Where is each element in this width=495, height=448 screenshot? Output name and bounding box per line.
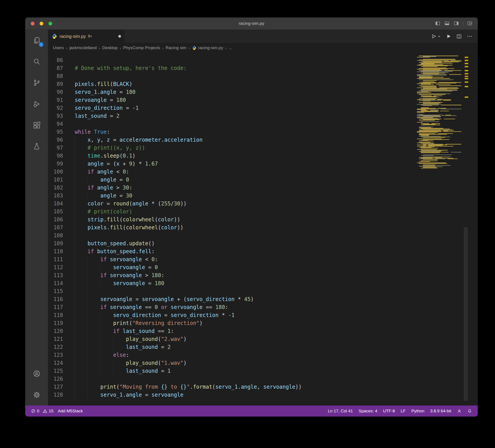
code-line[interactable]: 92servo_direction = -1 <box>48 104 478 112</box>
eol-setting[interactable]: LF <box>401 409 406 413</box>
line-number[interactable]: 111 <box>48 255 75 263</box>
line-number[interactable]: 94 <box>48 120 75 128</box>
customize-layout-icon[interactable] <box>467 21 472 26</box>
code-viewport[interactable]: 8687# Done with setup, here's the code:8… <box>48 53 478 399</box>
indentation-setting[interactable]: Spaces: 4 <box>358 409 377 413</box>
unsaved-changes-dot[interactable] <box>118 35 121 38</box>
code-line[interactable]: 118servo_direction = servo_direction * -… <box>48 311 478 319</box>
language-mode[interactable]: Python <box>411 409 425 413</box>
line-number[interactable]: 107 <box>48 224 75 231</box>
tab-racing-sim[interactable]: racing-sim.py 9+ <box>48 30 124 43</box>
code-line[interactable]: 109button_speed.update() <box>48 240 478 247</box>
code-line[interactable]: 128servo_1.angle = servoangle <box>48 391 478 399</box>
notifications-bell-icon[interactable] <box>467 409 472 413</box>
code-line[interactable]: 103angle = 30 <box>48 192 478 200</box>
code-line[interactable]: 119print("Reversing direction") <box>48 319 478 327</box>
breadcrumb-item[interactable]: Racing sim <box>166 45 186 50</box>
line-number[interactable]: 124 <box>48 359 75 367</box>
code-line[interactable]: 104color = round(angle * (255/30)) <box>48 200 478 208</box>
title-bar[interactable]: racing-sim.py <box>25 17 478 30</box>
code-line[interactable]: 116servoangle = servoangle + (servo_dire… <box>48 295 478 303</box>
code-line[interactable]: 121play_sound("2.wav") <box>48 335 478 343</box>
code-line[interactable]: 112servoangle = 0 <box>48 263 478 271</box>
line-number[interactable]: 108 <box>48 231 75 240</box>
problems-indicator[interactable]: 0 15 <box>31 409 54 413</box>
code-line[interactable]: 127print("Moving from {} to {}".format(s… <box>48 383 478 391</box>
breadcrumb-item[interactable]: Users <box>53 45 64 50</box>
line-number[interactable]: 118 <box>48 311 75 319</box>
line-number[interactable]: 109 <box>48 240 75 247</box>
line-number[interactable]: 116 <box>48 295 75 303</box>
line-number[interactable]: 92 <box>48 104 75 112</box>
editor[interactable]: 8687# Done with setup, here's the code:8… <box>48 53 478 405</box>
line-number[interactable]: 95 <box>48 128 75 136</box>
minimap[interactable] <box>416 53 464 405</box>
code-line[interactable]: 106strip.fill(colorwheel(color)) <box>48 216 478 224</box>
line-number[interactable]: 98 <box>48 152 75 160</box>
zoom-window-button[interactable] <box>48 22 52 26</box>
code-line[interactable]: 115 <box>48 287 478 295</box>
line-number[interactable]: 112 <box>48 263 75 271</box>
line-number[interactable]: 91 <box>48 96 75 104</box>
code-line[interactable]: 98time.sleep(0.1) <box>48 152 478 160</box>
code-line[interactable]: 97# print((x, y, z)) <box>48 144 478 152</box>
line-number[interactable]: 101 <box>48 176 75 184</box>
search-icon[interactable] <box>25 51 48 72</box>
code-line[interactable]: 125last_sound = 1 <box>48 367 478 375</box>
line-number[interactable]: 104 <box>48 200 75 208</box>
settings-gear-icon[interactable] <box>25 384 48 405</box>
code-line[interactable]: 99angle = (x + 9) * 1.67 <box>48 160 478 168</box>
line-number[interactable]: 103 <box>48 192 75 200</box>
code-line[interactable]: 108 <box>48 231 478 240</box>
line-number[interactable]: 99 <box>48 160 75 168</box>
breadcrumb-item[interactable]: Desktop <box>102 45 118 50</box>
line-number[interactable]: 117 <box>48 303 75 311</box>
line-number[interactable]: 126 <box>48 375 75 383</box>
accounts-icon[interactable] <box>25 363 48 384</box>
testing-icon[interactable] <box>25 136 48 157</box>
code-line[interactable]: 102if angle > 30: <box>48 184 478 192</box>
code-line[interactable]: 89pixels.fill(BLACK) <box>48 80 478 88</box>
code-line[interactable]: 93last_sound = 2 <box>48 112 478 120</box>
line-number[interactable]: 96 <box>48 136 75 144</box>
breadcrumb-item[interactable]: jackmcclelland <box>69 45 97 50</box>
line-number[interactable]: 127 <box>48 383 75 391</box>
run-file-button[interactable] <box>446 33 452 39</box>
code-line[interactable]: 87# Done with setup, here's the code: <box>48 64 478 72</box>
code-line[interactable]: 110if button_speed.fell: <box>48 247 478 255</box>
source-control-icon[interactable] <box>25 72 48 93</box>
line-number[interactable]: 115 <box>48 287 75 295</box>
line-number[interactable]: 113 <box>48 271 75 279</box>
line-number[interactable]: 90 <box>48 88 75 96</box>
extensions-icon[interactable] <box>25 115 48 136</box>
code-line[interactable]: 105# print(color) <box>48 208 478 216</box>
minimize-window-button[interactable] <box>40 22 43 26</box>
code-line[interactable]: 123else: <box>48 351 478 359</box>
breadcrumb-file[interactable]: racing-sim.py <box>192 45 223 50</box>
feedback-person-icon[interactable] <box>457 409 462 413</box>
line-number[interactable]: 87 <box>48 64 75 72</box>
line-number[interactable]: 119 <box>48 319 75 327</box>
line-number[interactable]: 93 <box>48 112 75 120</box>
code-line[interactable]: 90servo_1.angle = 180 <box>48 88 478 96</box>
close-window-button[interactable] <box>31 22 35 26</box>
more-actions-button[interactable] <box>467 33 472 39</box>
line-number[interactable]: 88 <box>48 72 75 80</box>
code-line[interactable]: 96x, y, z = accelerometer.acceleration <box>48 136 478 144</box>
line-number[interactable]: 110 <box>48 247 75 255</box>
code-line[interactable]: 117if servoangle == 0 or servoangle == 1… <box>48 303 478 311</box>
code-line[interactable]: 101angle = 0 <box>48 176 478 184</box>
line-number[interactable]: 128 <box>48 391 75 399</box>
run-and-debug-icon[interactable] <box>25 93 48 115</box>
code-line[interactable]: 100if angle < 0: <box>48 168 478 176</box>
line-number[interactable]: 123 <box>48 351 75 359</box>
code-line[interactable]: 86 <box>48 56 478 64</box>
code-line[interactable]: 91servoangle = 180 <box>48 96 478 104</box>
code-line[interactable]: 122last_sound = 2 <box>48 343 478 351</box>
breadcrumb-item[interactable]: PhysComp Projects <box>123 45 160 50</box>
line-number[interactable]: 122 <box>48 343 75 351</box>
encoding-setting[interactable]: UTF-8 <box>383 409 395 413</box>
line-number[interactable]: 120 <box>48 327 75 335</box>
code-line[interactable]: 107pixels.fill(colorwheel(color)) <box>48 224 478 231</box>
line-number[interactable]: 121 <box>48 335 75 343</box>
